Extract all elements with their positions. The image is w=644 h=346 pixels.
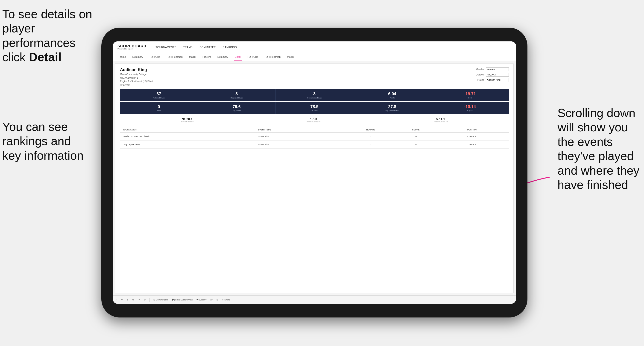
stat-value: -10.14: [433, 104, 507, 109]
toolbar-redo[interactable]: ↪: [121, 299, 123, 301]
td-event: Stroke Play: [258, 143, 348, 146]
nav-tournaments[interactable]: TOURNAMENTS: [156, 45, 176, 49]
toolbar-divider: [150, 298, 150, 302]
player-name: Addison King: [120, 67, 154, 72]
stat-value: 37: [122, 92, 196, 96]
stat-label: National Rank: [122, 97, 196, 99]
td-score: 16: [394, 143, 438, 146]
annotation-top-left: To see details on player performances cl…: [2, 7, 99, 64]
logo-area: SCOREBOARD Powered by clippd: [118, 44, 146, 50]
player-select[interactable]: Addison King: [486, 78, 509, 82]
player-filter-row: Player Addison King: [478, 78, 509, 82]
tab-h2h-grid[interactable]: H2H Grid: [148, 54, 161, 60]
gender-label: Gender: [476, 68, 484, 71]
stat-cell: 79.6Avg Score: [198, 102, 276, 114]
nav-teams[interactable]: TEAMS: [183, 45, 192, 49]
toolbar-remove[interactable]: ⊘: [132, 299, 134, 301]
player-year: First Year: [120, 83, 154, 86]
stat-value: -19.71: [433, 92, 507, 96]
tablet-frame: SCOREBOARD Powered by clippd TOURNAMENTS…: [101, 28, 528, 318]
table-header: Tournament Event Type Rounds Score Posit…: [120, 127, 509, 133]
player-division: NJCAA Division 1: [120, 76, 154, 80]
stat-cell: 37National Rank: [120, 89, 198, 101]
tab-summary[interactable]: Summary: [131, 54, 144, 60]
record-cell: 1-5-0Record vs top 25: [306, 117, 320, 123]
logo-powered: Powered by clippd: [118, 48, 146, 50]
stats-row-2: 0Wins79.6Avg Score78.5Adj Score27.8Avg S…: [120, 102, 509, 114]
record-value: 5-11-1: [434, 117, 448, 121]
tab-matrix2[interactable]: Matrix: [286, 54, 295, 60]
th-tournament: Tournament: [123, 129, 258, 131]
toolbar-reset[interactable]: ⊙: [144, 299, 146, 301]
player-info: Addison King Mesa Community College NJCA…: [120, 67, 154, 86]
toolbar-screen[interactable]: □+: [210, 299, 213, 301]
tab-h2h-heatmap[interactable]: H2H Heatmap: [166, 54, 184, 60]
stat-label: SoS: [433, 97, 507, 99]
bottom-toolbar: ↩ ↪ ⊕ ⊘ −+ ⊙ ⊞ View: Original 💾 Save Cus…: [113, 295, 516, 304]
toolbar-share[interactable]: ⇪ Share: [222, 299, 230, 301]
table-row[interactable]: Lady Coyote Invite Stroke Play 2 16 7 ou…: [120, 141, 509, 149]
player-region: Region 1 - Southwest (18) District: [120, 80, 154, 83]
tab-h2h-heatmap2[interactable]: H2H Heatmap: [264, 54, 282, 60]
stats-row-1: 37National Rank3Regional Rank3Conference…: [120, 89, 509, 101]
stat-label: Points: [355, 97, 429, 99]
td-tournament: Lady Coyote Invite: [123, 143, 258, 146]
player-filter-label: Player: [478, 79, 484, 81]
main-content: Addison King Mesa Community College NJCA…: [113, 61, 516, 295]
record-value: 91-20-1: [181, 117, 194, 121]
stat-value: 27.8: [355, 104, 429, 109]
td-event: Stroke Play: [258, 135, 348, 138]
tab-detail[interactable]: Detail: [234, 54, 242, 60]
content-panel: Addison King Mesa Community College NJCA…: [115, 63, 514, 293]
stat-label: Regional Rank: [200, 97, 274, 99]
th-event: Event Type: [258, 129, 348, 131]
stat-cell: -19.71SoS: [431, 89, 509, 101]
td-score: 17: [394, 135, 438, 138]
td-position: 7 out of 20: [438, 143, 506, 146]
toolbar-undo[interactable]: ↩: [116, 299, 118, 301]
table-row[interactable]: Estella CC- Mountain Classic Stroke Play…: [120, 133, 509, 141]
tab-players[interactable]: Players: [202, 54, 212, 60]
nav-committee[interactable]: COMMITTEE: [200, 45, 216, 49]
record-label: Record vs top 50: [434, 121, 448, 123]
th-score: Score: [394, 129, 438, 131]
toolbar-view-original[interactable]: ⊞ View: Original: [154, 299, 168, 301]
toolbar-grid[interactable]: ⊞: [216, 299, 218, 301]
stat-value: 3: [278, 92, 352, 96]
toolbar-watch[interactable]: 👁 Watch ▾: [196, 299, 206, 301]
tab-summary2[interactable]: Summary: [216, 54, 229, 60]
stat-cell: 3Regional Rank: [198, 89, 276, 101]
th-position: Position: [438, 129, 506, 131]
stat-value: 6.04: [355, 92, 429, 96]
annotation-bottom-left: You can see rankings and key information: [2, 120, 84, 163]
player-header: Addison King Mesa Community College NJCA…: [120, 67, 509, 86]
stat-label: Avg Score to Par: [355, 110, 429, 112]
player-filters: Gender Women Men Division NJCAA I: [476, 67, 509, 82]
nav-rankings[interactable]: RANKINGS: [223, 45, 237, 49]
record-cell: 5-11-1Record vs top 50: [434, 117, 448, 123]
secondary-nav: Teams Summary H2H Grid H2H Heatmap Matri…: [113, 53, 516, 61]
annotation-right: Scrolling down will show you the events …: [558, 106, 640, 192]
stat-value: 3: [200, 92, 274, 96]
stat-label: Adj Score: [278, 110, 352, 112]
td-tournament: Estella CC- Mountain Classic: [123, 135, 258, 138]
td-rounds: 2: [348, 143, 394, 146]
tab-teams[interactable]: Teams: [118, 54, 127, 60]
division-select[interactable]: NJCAA I NJCAA II NJCAA III: [486, 73, 509, 77]
tab-matrix[interactable]: Matrix: [188, 54, 197, 60]
stat-label: Avg SG: [433, 110, 507, 112]
gender-select[interactable]: Women Men: [486, 67, 509, 71]
tab-h2h-grid2[interactable]: H2H Grid: [247, 54, 259, 60]
table-rows: Estella CC- Mountain Classic Stroke Play…: [120, 133, 509, 149]
stat-cell: 3Conference Rank: [276, 89, 354, 101]
td-position: 4 out of 20: [438, 135, 506, 138]
stat-label: Avg Score: [200, 110, 274, 112]
toolbar-add[interactable]: ⊕: [127, 299, 128, 301]
player-detail: Addison King Mesa Community College NJCA…: [116, 64, 514, 152]
record-cell: 91-20-1Overall Record: [181, 117, 194, 123]
toolbar-save-custom[interactable]: 💾 Save Custom View: [172, 299, 192, 301]
logo-scoreboard: SCOREBOARD: [118, 44, 146, 48]
division-filter-row: Division NJCAA I NJCAA II NJCAA III: [476, 73, 509, 77]
toolbar-zoom[interactable]: −+: [138, 299, 140, 301]
stat-cell: 27.8Avg Score to Par: [353, 102, 431, 114]
